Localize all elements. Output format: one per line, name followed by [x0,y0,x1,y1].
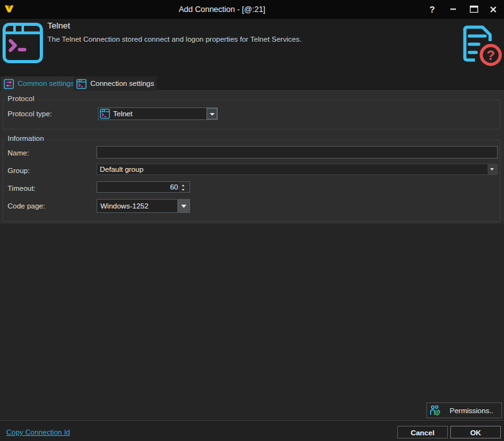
svg-text:?: ? [486,47,495,63]
